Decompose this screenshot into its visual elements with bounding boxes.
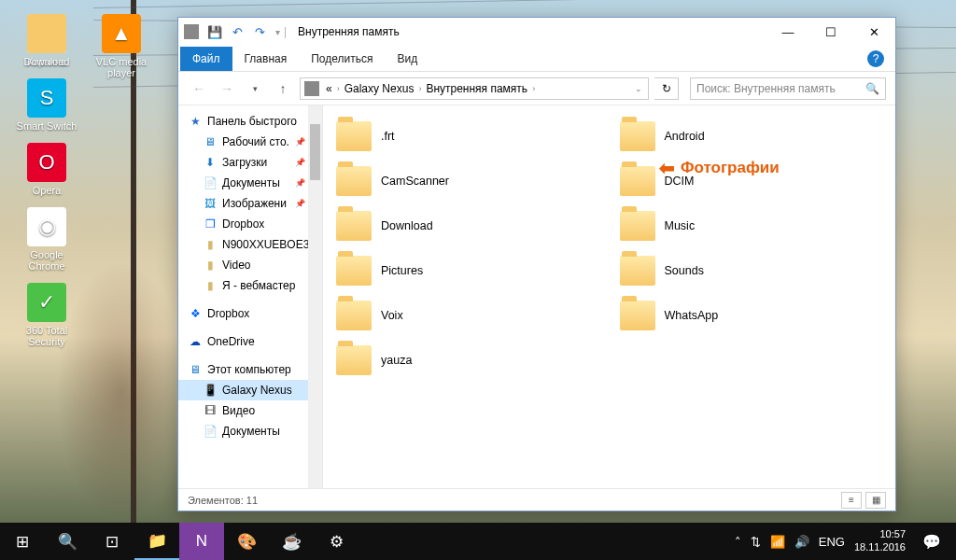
tree-item[interactable]: ▮N900XXUEBOE3. bbox=[178, 234, 322, 255]
folder-icon bbox=[620, 211, 655, 241]
tree-item[interactable]: ★Панель быстрого bbox=[178, 111, 322, 132]
location-icon bbox=[304, 81, 319, 96]
system-tray: ˄ ⇅ 📶 🔊 ENG 10:57 18.11.2016 💬 bbox=[735, 523, 956, 560]
address-bar[interactable]: « › Galaxy Nexus › Внутренняя память › ⌄ bbox=[300, 77, 649, 100]
search-icon[interactable]: 🔍 bbox=[865, 82, 879, 95]
refresh-button[interactable]: ↻ bbox=[654, 77, 679, 100]
qat-save[interactable]: 💾 bbox=[204, 21, 225, 42]
window-icon bbox=[184, 24, 199, 39]
tree-item[interactable]: 📄Документы bbox=[178, 421, 322, 441]
tab-share[interactable]: Поделиться bbox=[299, 47, 385, 71]
help-icon[interactable]: ? bbox=[867, 50, 884, 67]
taskbar-start[interactable]: ⊞ bbox=[0, 523, 45, 560]
tab-file[interactable]: Файл bbox=[180, 47, 232, 71]
pin-icon: 📌 bbox=[295, 137, 305, 147]
tree-item[interactable]: ▮Video bbox=[178, 255, 322, 275]
taskbar-search[interactable]: 🔍 bbox=[45, 523, 90, 560]
tree-item[interactable]: 🖥Рабочий сто.📌 bbox=[178, 132, 322, 152]
folder-item[interactable]: Music bbox=[614, 206, 889, 245]
search-placeholder: Поиск: Внутренняя память bbox=[696, 82, 836, 95]
taskbar-onenote[interactable]: N bbox=[179, 523, 224, 560]
folder-item[interactable]: Android bbox=[614, 117, 889, 156]
tree-icon: ❒ bbox=[203, 217, 218, 231]
tree-item[interactable]: 🖼Изображени📌 bbox=[178, 193, 322, 214]
chevron-right-icon[interactable]: › bbox=[530, 84, 537, 93]
qat-undo[interactable]: ↶ bbox=[227, 21, 247, 42]
clock[interactable]: 10:57 18.11.2016 bbox=[854, 528, 906, 554]
pin-icon: 📌 bbox=[295, 178, 305, 188]
view-details-button[interactable]: ≡ bbox=[841, 492, 862, 509]
desktop-icon-360-security[interactable]: ✓360 Total Security bbox=[14, 283, 79, 347]
tree-item[interactable]: 🎞Видео bbox=[178, 400, 322, 421]
chrome-icon: ◉ bbox=[27, 207, 66, 246]
folder-icon bbox=[336, 256, 372, 286]
title-bar[interactable]: 💾 ↶ ↷ ▾ │ Внутренняя память — ☐ ✕ bbox=[178, 18, 895, 46]
volume-icon[interactable]: 🔊 bbox=[794, 535, 809, 549]
content-pane[interactable]: .frtAndroidCamScannerDCIMDownloadMusicPi… bbox=[323, 105, 895, 488]
folder-item[interactable]: CamScanner bbox=[330, 161, 605, 201]
wifi-icon[interactable]: 📶 bbox=[770, 535, 785, 549]
nav-up-button[interactable]: ↑ bbox=[272, 77, 294, 100]
maximize-button[interactable]: ☐ bbox=[809, 18, 852, 46]
navpane-scrollbar[interactable] bbox=[308, 105, 322, 488]
breadcrumb-root[interactable]: « bbox=[323, 82, 335, 95]
folder-item[interactable]: WhatsApp bbox=[614, 296, 889, 335]
folder-icon bbox=[336, 211, 372, 241]
breadcrumb-seg-2[interactable]: Внутренняя память bbox=[423, 82, 530, 95]
folder-icon bbox=[336, 166, 372, 196]
action-center-icon[interactable]: 💬 bbox=[915, 523, 949, 560]
search-input[interactable]: Поиск: Внутренняя память 🔍 bbox=[690, 77, 886, 100]
address-dropdown-icon[interactable]: ⌄ bbox=[633, 84, 644, 93]
tree-item[interactable]: ❖Dropbox bbox=[178, 303, 322, 324]
folder-item[interactable]: Download bbox=[330, 206, 605, 245]
view-icons-button[interactable]: ▦ bbox=[865, 492, 886, 509]
tree-item[interactable]: ☁OneDrive bbox=[178, 331, 322, 352]
tray-overflow-icon[interactable]: ˄ bbox=[735, 535, 741, 549]
tree-item[interactable]: 📄Документы📌 bbox=[178, 173, 322, 193]
folder-item[interactable]: yauza bbox=[330, 341, 605, 380]
tree-item[interactable]: 📱Galaxy Nexus bbox=[178, 380, 322, 400]
taskbar-paint[interactable]: 🎨 bbox=[224, 523, 269, 560]
nav-back-button[interactable]: ← bbox=[188, 77, 210, 100]
breadcrumb-seg-1[interactable]: Galaxy Nexus bbox=[342, 82, 417, 95]
tree-icon: 📱 bbox=[203, 383, 218, 398]
qat-dropdown-icon[interactable]: ▾ │ bbox=[272, 21, 292, 42]
taskbar-java[interactable]: ☕ bbox=[269, 523, 314, 560]
folder-icon bbox=[336, 301, 372, 330]
desktop-icon-download-folder[interactable]: Download bbox=[14, 14, 79, 67]
tree-icon: ❖ bbox=[188, 306, 203, 321]
tree-item[interactable]: 🖥Этот компьютер bbox=[178, 359, 322, 380]
taskbar-explorer[interactable]: 📁 bbox=[134, 523, 179, 560]
chevron-right-icon[interactable]: › bbox=[335, 84, 342, 93]
qat-redo[interactable]: ↷ bbox=[249, 21, 270, 42]
folder-item[interactable]: Sounds bbox=[614, 251, 889, 290]
nav-forward-button[interactable]: → bbox=[216, 77, 238, 100]
tree-item[interactable]: ❒Dropbox bbox=[178, 214, 322, 234]
tree-icon: ▮ bbox=[203, 237, 218, 252]
folder-item[interactable]: .frt bbox=[330, 117, 605, 156]
minimize-button[interactable]: — bbox=[766, 18, 809, 46]
folder-item[interactable]: Voix bbox=[330, 296, 605, 335]
network-icon[interactable]: ⇅ bbox=[751, 535, 761, 549]
navigation-pane: ★Панель быстрого🖥Рабочий сто.📌⬇Загрузки📌… bbox=[178, 105, 323, 488]
desktop-icon-opera[interactable]: OOpera bbox=[14, 143, 79, 196]
desktop-icon-chrome[interactable]: ◉Google Chrome bbox=[14, 207, 79, 272]
folder-item[interactable]: DCIM bbox=[614, 161, 889, 201]
folder-item[interactable]: Pictures bbox=[330, 251, 605, 290]
tree-item[interactable]: ▮Я - вебмастер bbox=[178, 275, 322, 296]
nav-history-dropdown[interactable]: ▾ bbox=[244, 77, 266, 100]
tree-item[interactable]: ⬇Загрузки📌 bbox=[178, 152, 322, 173]
folder-icon bbox=[336, 121, 372, 151]
desktop-icon-smart-switch[interactable]: SSmart Switch bbox=[14, 78, 79, 132]
smart-switch-icon: S bbox=[27, 78, 66, 118]
taskbar-app[interactable]: ⚙ bbox=[314, 523, 358, 560]
tree-icon: ▮ bbox=[203, 278, 218, 293]
explorer-window: 💾 ↶ ↷ ▾ │ Внутренняя память — ☐ ✕ Файл Г… bbox=[177, 17, 896, 511]
taskbar-taskview[interactable]: ⊡ bbox=[90, 523, 134, 560]
tab-view[interactable]: Вид bbox=[385, 47, 429, 71]
close-button[interactable]: ✕ bbox=[852, 18, 895, 46]
language-indicator[interactable]: ENG bbox=[819, 535, 845, 549]
desktop-icon-vlc[interactable]: ▲VLC media player bbox=[89, 14, 154, 78]
chevron-right-icon[interactable]: › bbox=[416, 84, 423, 93]
tab-home[interactable]: Главная bbox=[232, 47, 300, 71]
